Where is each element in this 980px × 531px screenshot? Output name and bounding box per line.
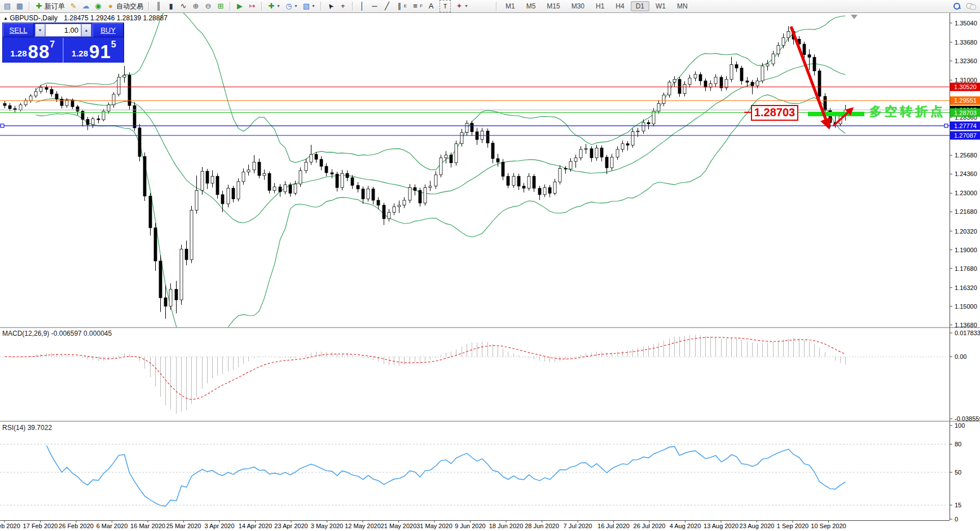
timeframe-h1-button[interactable]: H1 <box>591 1 609 11</box>
svg-text:17 Feb 2020: 17 Feb 2020 <box>23 523 58 529</box>
svg-text:1.23000: 1.23000 <box>955 190 977 196</box>
timeframe-m5-button[interactable]: M5 <box>521 1 541 11</box>
timeframe-h4-button[interactable]: H4 <box>610 1 629 11</box>
metaeditor-button[interactable]: ✎ <box>67 0 80 12</box>
timeframe-m1-button[interactable]: M1 <box>500 1 520 11</box>
horizontal-line-icon: ─ <box>371 1 379 12</box>
buy-button[interactable]: BUY <box>93 23 124 37</box>
search-icon[interactable] <box>953 2 961 10</box>
zoom-in-button[interactable]: ⊕ <box>190 0 202 12</box>
timeframe-m15-button[interactable]: M15 <box>542 1 565 11</box>
svg-text:1.33680: 1.33680 <box>955 39 977 46</box>
chevron-down-icon[interactable]: ▼ <box>311 1 315 12</box>
svg-text:1.13680: 1.13680 <box>955 322 977 328</box>
zoom-out-button[interactable]: ⊖ <box>202 0 214 12</box>
line-chart-icon: ∿ <box>179 1 187 12</box>
toolbar-separator <box>320 2 322 11</box>
svg-text:1.28703: 1.28703 <box>954 109 977 116</box>
crosshair-icon: + <box>339 1 347 12</box>
svg-text:1 Sep 2020: 1 Sep 2020 <box>777 523 808 529</box>
timeframe-m30-button[interactable]: M30 <box>566 1 590 11</box>
rsi-indicator-label: RSI(14) 39.7022 <box>2 424 52 432</box>
community-button[interactable]: ☁ <box>80 0 92 12</box>
svg-text:7 Feb 2020: 7 Feb 2020 <box>0 523 20 529</box>
templates-button[interactable]: ▧▼ <box>300 0 318 12</box>
text-button[interactable]: A <box>425 0 437 12</box>
indicators-button[interactable]: ✚▼ <box>265 0 283 12</box>
equidistant-channel-icon: ∥ <box>395 1 403 12</box>
arrows-tool-icon: ✦ <box>455 1 463 12</box>
metaeditor-icon: ✎ <box>69 1 77 12</box>
autotrade-button[interactable]: ●自动交易 <box>104 0 146 12</box>
timeframe-d1-button[interactable]: D1 <box>631 1 649 11</box>
ohlc-values: 1.28475 1.29246 1.28139 1.28887 <box>64 14 168 22</box>
svg-text:0.00: 0.00 <box>955 353 966 360</box>
tile-windows-button[interactable]: ⊞ <box>214 0 227 12</box>
timeframe-w1-button[interactable]: W1 <box>651 1 671 11</box>
vertical-line-button[interactable]: │ <box>356 0 368 12</box>
chevron-down-icon[interactable]: ▼ <box>294 1 298 12</box>
cursor-button[interactable]: ➤ <box>324 0 337 12</box>
svg-text:14 Apr 2020: 14 Apr 2020 <box>239 523 272 529</box>
trendline-button[interactable]: ╱ <box>381 0 393 12</box>
periods-icon: ◷ <box>285 1 293 12</box>
templates-icon: ▧ <box>302 1 310 12</box>
equidistant-channel-button[interactable]: ∥E <box>393 0 409 12</box>
volume-up-button[interactable]: ▲ <box>81 24 91 37</box>
signals-button[interactable]: ◉ <box>92 0 104 12</box>
ohlc-bars-icon: ║ <box>155 1 162 12</box>
svg-text:21 May 2020: 21 May 2020 <box>381 523 417 529</box>
svg-text:3 Apr 2020: 3 Apr 2020 <box>204 523 234 529</box>
turning-point-text[interactable]: 多空转折点 <box>869 103 946 120</box>
new-order-button[interactable]: ✚新订单 <box>33 0 67 12</box>
svg-text:80: 80 <box>955 441 961 447</box>
chat-icon[interactable] <box>966 3 975 10</box>
svg-text:1.27087: 1.27087 <box>954 132 977 139</box>
chevron-down-icon[interactable]: ▼ <box>276 1 280 12</box>
buy-price-display[interactable]: 1.28 91 5 <box>64 38 124 63</box>
autotrade-icon: ● <box>107 1 115 12</box>
horizontal-line-button[interactable]: ─ <box>368 0 381 12</box>
svg-text:26 Feb 2020: 26 Feb 2020 <box>59 523 94 529</box>
turning-point-bar[interactable] <box>808 112 864 116</box>
fibonacci-button[interactable]: ≡F <box>409 0 425 12</box>
chevron-down-icon[interactable]: ▼ <box>464 1 468 12</box>
periods-button[interactable]: ◷▼ <box>283 0 300 12</box>
svg-text:0: 0 <box>955 516 958 523</box>
indicators-icon: ✚ <box>267 1 275 12</box>
data-window-button[interactable]: ▦ <box>14 0 26 12</box>
timeframe-mn-button[interactable]: MN <box>672 1 693 11</box>
charts-window-button[interactable]: ▤ <box>1 0 14 12</box>
sell-price-display[interactable]: 1.28 88 7 <box>3 38 64 63</box>
text-icon: A <box>427 1 435 12</box>
cursor-icon: ➤ <box>324 0 337 12</box>
sell-button[interactable]: SELL <box>3 23 34 37</box>
zoom-in-icon: ⊕ <box>192 1 200 12</box>
volume-down-button[interactable]: ▼ <box>35 24 45 37</box>
line-chart-button[interactable]: ∿ <box>177 0 190 12</box>
arrows-tool-button[interactable]: ✦▼ <box>453 0 471 12</box>
toolbar-separator <box>29 2 30 11</box>
svg-text:1.21680: 1.21680 <box>955 208 977 215</box>
text-label-button[interactable]: T <box>437 0 453 12</box>
volume-input[interactable]: 1.00 <box>45 24 81 37</box>
svg-text:10 Sep 2020: 10 Sep 2020 <box>811 523 846 529</box>
crosshair-button[interactable]: + <box>337 0 349 12</box>
svg-text:1.35040: 1.35040 <box>955 20 977 27</box>
candlesticks-button[interactable]: ▮ <box>165 0 177 12</box>
svg-text:1.31000: 1.31000 <box>955 77 977 84</box>
svg-text:0.017833: 0.017833 <box>955 330 980 336</box>
svg-text:31 May 2020: 31 May 2020 <box>416 523 452 529</box>
price-annotation-box[interactable]: 1.28703 <box>751 105 798 121</box>
price-box-tick <box>744 112 751 113</box>
svg-text:15: 15 <box>955 502 961 508</box>
chart-shift-button[interactable]: ↦ <box>246 0 258 12</box>
data-window-icon: ▦ <box>16 1 24 12</box>
svg-text:1.32360: 1.32360 <box>955 58 977 64</box>
chart-canvas[interactable]: 1.350401.336801.323601.310001.296801.283… <box>0 0 980 531</box>
ohlc-bars-button[interactable]: ║ <box>152 0 165 12</box>
fibonacci-icon: ≡ <box>411 1 419 12</box>
svg-text:16 Mar 2020: 16 Mar 2020 <box>130 523 165 529</box>
autoscroll-button[interactable]: ▶ <box>234 0 246 12</box>
chart-shift-icon: ↦ <box>248 1 256 12</box>
